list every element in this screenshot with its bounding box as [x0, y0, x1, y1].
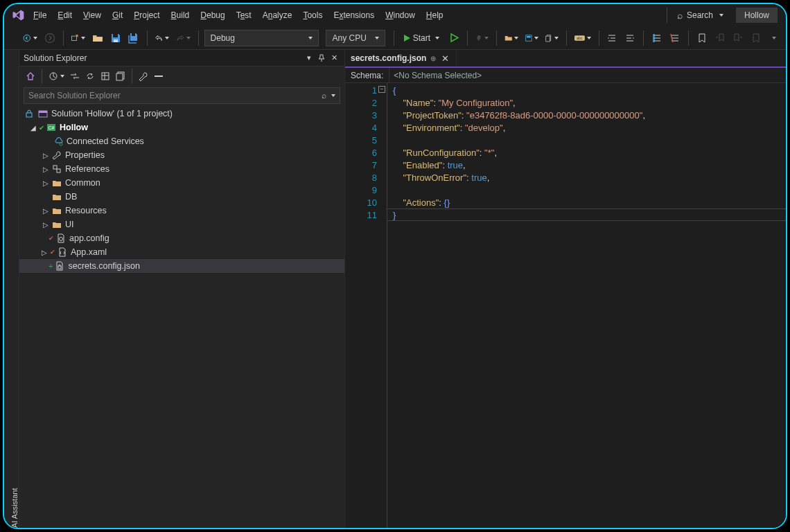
expand-icon[interactable]: ▷ [42, 220, 50, 229]
line-number: 6 [346, 147, 377, 159]
tree-solution-root[interactable]: Solution 'Hollow' (1 of 1 project) [19, 107, 344, 121]
tree-folder-ui[interactable]: ▷ UI [19, 218, 344, 231]
code-token: "Actions" [403, 197, 439, 208]
tree-file-appconfig[interactable]: ✔ app.config [19, 231, 344, 245]
pin-icon[interactable] [315, 52, 328, 64]
app-box-button[interactable] [523, 30, 541, 46]
tree-file-appxaml[interactable]: ▷ ✔ App.xaml [19, 245, 344, 259]
line-number: 9 [346, 184, 377, 197]
folder-icon [51, 191, 62, 202]
menu-analyze[interactable]: Analyze [257, 8, 298, 23]
preview-button[interactable] [152, 69, 166, 84]
fold-icon[interactable]: − [378, 86, 385, 93]
tree-folder-db[interactable]: ▷ DB [19, 190, 344, 204]
chevron-down-icon [719, 14, 723, 17]
folder-icon [51, 177, 62, 188]
tree-connected-services[interactable]: Connected Services [19, 134, 344, 148]
code-token: "*" [484, 148, 494, 158]
tree-properties[interactable]: ▷ Properties [19, 148, 344, 162]
folder-icon [51, 219, 62, 230]
search-button[interactable]: ⌕ Search [670, 10, 730, 20]
code-editor[interactable]: 1 2 3 4 5 6 7 8 9 10 11 − { "Name": "My … [345, 83, 786, 528]
menu-file[interactable]: File [28, 8, 52, 23]
tree-solution-label: Solution 'Hollow' (1 of 1 project) [51, 109, 173, 118]
search-icon: ⌕ [322, 91, 326, 100]
expand-icon[interactable]: ▷ [42, 179, 50, 187]
expand-icon[interactable]: ▷ [42, 165, 50, 173]
uncomment-button[interactable] [667, 30, 683, 46]
bookmark-next-button[interactable] [730, 30, 746, 46]
expand-icon[interactable]: ▷ [42, 151, 50, 159]
pin-icon[interactable]: ⊕ [430, 55, 436, 62]
svg-point-0 [24, 35, 30, 41]
tree-folder-common[interactable]: ▷ Common [19, 176, 344, 190]
new-project-button[interactable] [69, 30, 87, 46]
solution-explorer-title: Solution Explorer [24, 53, 303, 63]
show-all-button[interactable] [98, 69, 112, 84]
hot-reload-button[interactable] [473, 30, 491, 46]
platform-combo[interactable]: Any CPU [326, 30, 385, 46]
switch-views-button[interactable] [46, 69, 67, 84]
chevron-down-icon [308, 37, 313, 39]
expand-icon[interactable]: ▷ [40, 248, 49, 256]
menu-tools[interactable]: Tools [297, 8, 328, 23]
code-token: "Enabled" [403, 160, 442, 170]
menu-edit[interactable]: Edit [52, 8, 78, 23]
nav-fwd-button[interactable] [42, 30, 58, 46]
rail-ai-assistant[interactable]: AI Assistant [10, 55, 19, 528]
menu-help[interactable]: Help [421, 8, 449, 23]
customize-toolbar-button[interactable] [766, 30, 782, 46]
explorer-search-input[interactable]: Search Solution Explorer ⌕ [24, 87, 340, 104]
bookmark-button[interactable] [694, 30, 710, 46]
menu-test[interactable]: Test [231, 8, 257, 23]
close-icon[interactable]: ✕ [440, 54, 450, 63]
pending-changes-button[interactable] [68, 69, 82, 84]
solution-name-badge[interactable]: Hollow [736, 8, 778, 23]
collapse-all-button[interactable] [114, 69, 128, 84]
bookmark-prev-button[interactable] [712, 30, 728, 46]
svg-rect-10 [546, 36, 550, 42]
sync-button[interactable] [83, 69, 97, 84]
undo-button[interactable] [153, 30, 172, 46]
redo-button[interactable] [174, 30, 193, 46]
editor-tab-secrets[interactable]: secrets.config.json ⊕ ✕ [345, 50, 457, 66]
start-debug-button[interactable]: Start [400, 30, 444, 46]
solution-explorer-header: Solution Explorer ▾ ✕ [19, 50, 344, 66]
tree-project[interactable]: ◢ ✔ C# Hollow [19, 121, 344, 134]
start-nodebug-button[interactable] [446, 30, 462, 46]
expand-icon[interactable]: ◢ [29, 123, 37, 132]
open-button[interactable] [90, 30, 105, 46]
menu-view[interactable]: View [78, 8, 107, 23]
indent-right-button[interactable] [622, 30, 638, 46]
comment-button[interactable] [649, 30, 665, 46]
config-combo[interactable]: Debug [204, 30, 319, 46]
menu-git[interactable]: Git [107, 8, 128, 23]
menu-debug[interactable]: Debug [195, 8, 230, 23]
menu-build[interactable]: Build [166, 8, 195, 23]
tree-label: References [65, 164, 109, 174]
tree-references[interactable]: ▷ References [19, 162, 344, 176]
panel-menu-button[interactable]: ▾ [303, 52, 315, 64]
menu-project[interactable]: Project [128, 8, 165, 23]
nav-back-button[interactable] [21, 30, 40, 46]
chevron-down-icon [772, 37, 776, 39]
menu-extensions[interactable]: Extensions [328, 8, 380, 23]
save-button[interactable] [108, 30, 123, 46]
open-folder-button[interactable] [502, 30, 521, 46]
abc-button[interactable]: abc [572, 30, 593, 46]
menu-window[interactable]: Window [380, 8, 421, 23]
save-all-button[interactable] [126, 30, 141, 46]
files-button[interactable] [543, 30, 561, 46]
indent-left-button[interactable] [604, 30, 620, 46]
properties-button[interactable] [137, 69, 150, 84]
home-button[interactable] [24, 69, 37, 84]
tree-folder-resources[interactable]: ▷ Resources [19, 204, 344, 218]
schema-combo[interactable]: <No Schema Selected> [389, 68, 786, 82]
chevron-down-icon [33, 37, 37, 39]
bookmark-clear-button[interactable] [748, 30, 764, 46]
expand-icon[interactable]: ▷ [42, 206, 50, 215]
code-body[interactable]: { "Name": "My Configuration", "ProjectTo… [387, 83, 786, 528]
side-rail: AI Assistant Data Sources [4, 50, 19, 528]
tree-file-secrets[interactable]: + secrets.config.json [19, 259, 344, 273]
close-icon[interactable]: ✕ [328, 52, 340, 64]
